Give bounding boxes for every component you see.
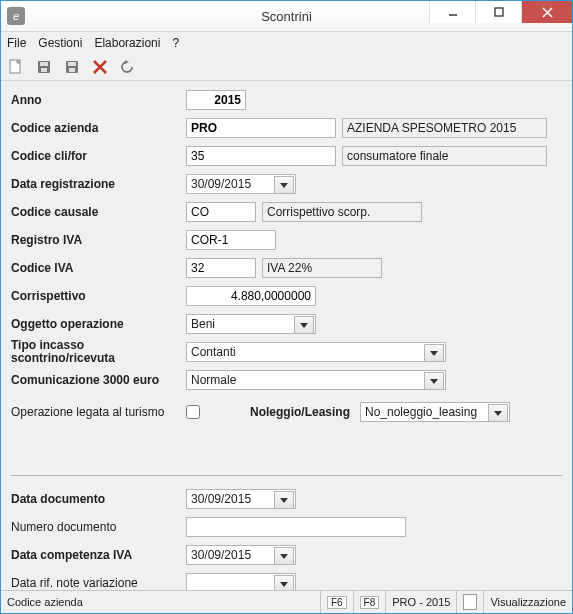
codice-causale-input[interactable] xyxy=(186,202,256,222)
status-context: PRO - 2015 xyxy=(386,591,457,613)
status-f6[interactable]: F6 xyxy=(321,591,354,613)
data-competenza-iva-label: Data competenza IVA xyxy=(11,548,186,562)
codice-causale-desc: Corrispettivo scorp. xyxy=(262,202,422,222)
save-button[interactable] xyxy=(35,58,53,76)
data-registrazione-input[interactable]: 30/09/2015 xyxy=(186,174,296,194)
corrispettivo-label: Corrispettivo xyxy=(11,289,186,303)
svg-rect-10 xyxy=(68,62,76,66)
toolbar xyxy=(1,54,572,81)
new-button[interactable] xyxy=(7,58,25,76)
corrispettivo-input[interactable] xyxy=(186,286,316,306)
undo-icon xyxy=(120,59,136,75)
document-icon xyxy=(463,594,477,610)
oggetto-operazione-label: Oggetto operazione xyxy=(11,317,186,331)
codice-clifor-label: Codice cli/for xyxy=(11,149,186,163)
chevron-down-icon[interactable] xyxy=(274,575,294,590)
new-doc-icon xyxy=(8,59,24,75)
statusbar: Codice azienda F6 F8 PRO - 2015 Visualiz… xyxy=(1,590,572,613)
maximize-button[interactable] xyxy=(475,1,521,23)
numero-documento-label: Numero documento xyxy=(11,520,186,534)
form-area: Anno Codice azienda AZIENDA SPESOMETRO 2… xyxy=(1,81,572,590)
data-registrazione-label: Data registrazione xyxy=(11,177,186,191)
tipo-incasso-label: Tipo incasso scontrino/ricevuta xyxy=(11,339,186,365)
chevron-down-icon[interactable] xyxy=(274,547,294,565)
x-icon xyxy=(92,59,108,75)
app-icon: e xyxy=(7,7,25,25)
oggetto-operazione-select[interactable]: Beni xyxy=(186,314,316,334)
undo-button[interactable] xyxy=(119,58,137,76)
noleggio-label: Noleggio/Leasing xyxy=(250,405,360,419)
data-documento-label: Data documento xyxy=(11,492,186,506)
status-doc-icon xyxy=(457,591,484,613)
operazione-turismo-label: Operazione legata al turismo xyxy=(11,405,186,419)
save-as-button[interactable] xyxy=(63,58,81,76)
menu-gestioni[interactable]: Gestioni xyxy=(38,36,82,50)
data-rif-note-input[interactable] xyxy=(186,573,296,590)
comunicazione-3000-label: Comunicazione 3000 euro xyxy=(11,373,186,387)
svg-rect-7 xyxy=(40,62,48,66)
registro-iva-label: Registro IVA xyxy=(11,233,186,247)
codice-iva-desc: IVA 22% xyxy=(262,258,382,278)
operazione-turismo-checkbox[interactable] xyxy=(186,405,200,419)
status-mode: Visualizzazione xyxy=(484,591,572,613)
minimize-button[interactable] xyxy=(429,1,475,23)
chevron-down-icon[interactable] xyxy=(294,316,314,334)
registro-iva-input[interactable] xyxy=(186,230,276,250)
floppy-icon xyxy=(64,59,80,75)
minimize-icon xyxy=(448,7,458,17)
comunicazione-3000-select[interactable]: Normale xyxy=(186,370,446,390)
maximize-icon xyxy=(494,7,504,17)
data-documento-input[interactable]: 30/09/2015 xyxy=(186,489,296,509)
separator xyxy=(11,475,562,476)
tipo-incasso-select[interactable]: Contanti xyxy=(186,342,446,362)
close-icon xyxy=(542,7,553,18)
chevron-down-icon[interactable] xyxy=(424,372,444,390)
status-left: Codice azienda xyxy=(1,591,321,613)
svg-rect-11 xyxy=(69,68,75,72)
window-controls xyxy=(429,1,572,31)
codice-clifor-desc: consumatore finale xyxy=(342,146,547,166)
menu-help[interactable]: ? xyxy=(172,36,179,50)
codice-iva-label: Codice IVA xyxy=(11,261,186,275)
chevron-down-icon[interactable] xyxy=(424,344,444,362)
titlebar: e Scontrini xyxy=(1,1,572,32)
menu-elaborazioni[interactable]: Elaborazioni xyxy=(94,36,160,50)
floppy-icon xyxy=(36,59,52,75)
close-button[interactable] xyxy=(521,1,572,23)
chevron-down-icon[interactable] xyxy=(488,404,508,422)
data-competenza-iva-input[interactable]: 30/09/2015 xyxy=(186,545,296,565)
codice-iva-input[interactable] xyxy=(186,258,256,278)
codice-azienda-input[interactable] xyxy=(186,118,336,138)
delete-button[interactable] xyxy=(91,58,109,76)
noleggio-select[interactable]: No_noleggio_leasing xyxy=(360,402,510,422)
codice-clifor-input[interactable] xyxy=(186,146,336,166)
codice-azienda-label: Codice azienda xyxy=(11,121,186,135)
svg-marker-14 xyxy=(125,60,129,64)
chevron-down-icon[interactable] xyxy=(274,176,294,194)
chevron-down-icon[interactable] xyxy=(274,491,294,509)
svg-rect-1 xyxy=(495,8,503,16)
data-rif-note-label: Data rif. note variazione xyxy=(11,576,186,590)
status-f8[interactable]: F8 xyxy=(354,591,387,613)
anno-input[interactable] xyxy=(186,90,246,110)
app-window: e Scontrini File Gestioni Elaborazioni ? xyxy=(0,0,573,614)
anno-label: Anno xyxy=(11,93,186,107)
codice-causale-label: Codice causale xyxy=(11,205,186,219)
numero-documento-input[interactable] xyxy=(186,517,406,537)
codice-azienda-desc: AZIENDA SPESOMETRO 2015 xyxy=(342,118,547,138)
menubar: File Gestioni Elaborazioni ? xyxy=(1,32,572,54)
svg-rect-8 xyxy=(41,68,47,72)
menu-file[interactable]: File xyxy=(7,36,26,50)
